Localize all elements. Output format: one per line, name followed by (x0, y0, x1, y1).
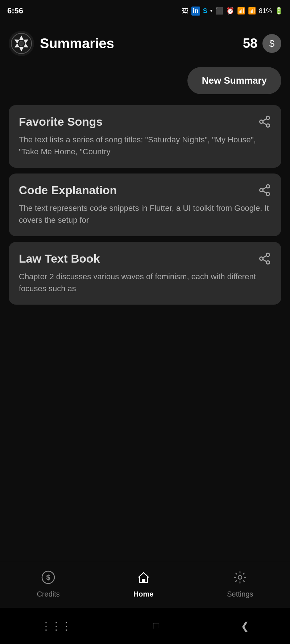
nav-label-home: Home (133, 590, 154, 598)
svg-point-4 (260, 120, 263, 124)
card-header-1: Favorite Songs (19, 115, 271, 129)
credits-nav-icon: $ (41, 570, 55, 587)
nav-item-credits[interactable]: $ Credits (26, 567, 70, 602)
photo-icon: 🖼 (182, 7, 188, 15)
nav-item-home[interactable]: Home (123, 567, 165, 602)
share-icon-1[interactable] (258, 115, 271, 128)
cards-container: Favorite Songs The text lists a series o… (0, 101, 290, 308)
linkedin-icon: in (191, 7, 200, 16)
header: Summaries 58 $ (0, 20, 290, 63)
new-summary-button[interactable]: New Summary (187, 67, 281, 94)
bottom-nav: $ Credits Home Settings (0, 561, 290, 608)
svg-point-15 (266, 261, 270, 264)
svg-point-3 (266, 116, 270, 120)
svg-point-13 (266, 253, 270, 256)
settings-nav-icon (233, 570, 247, 587)
svg-point-21 (238, 576, 242, 579)
summary-card-1[interactable]: Favorite Songs The text lists a series o… (9, 105, 281, 168)
nav-item-settings[interactable]: Settings (216, 567, 264, 602)
dollar-icon: $ (269, 38, 274, 49)
app-title: Summaries (40, 36, 114, 51)
svg-line-12 (263, 187, 266, 189)
status-icons: 🖼 in S • ⬛ ⏰ 📶 📶 81% 🔋 (182, 7, 283, 16)
share-icon-2[interactable] (258, 184, 271, 197)
dot-icon: • (210, 7, 212, 15)
svg-line-11 (263, 191, 266, 193)
dollar-badge[interactable]: $ (262, 34, 281, 53)
status-time: 6:56 (7, 6, 23, 16)
recent-apps-button[interactable]: ⋮⋮⋮ (41, 620, 71, 632)
card-header-2: Code Explanation (19, 184, 271, 197)
nav-label-credits: Credits (37, 590, 59, 598)
summary-card-2[interactable]: Code Explanation The text represents cod… (9, 173, 281, 236)
svg-point-5 (266, 124, 270, 127)
new-summary-container: New Summary (0, 63, 290, 101)
card-description-2: The text represents code snippets in Flu… (19, 202, 271, 226)
card-description-1: The text lists a series of song titles: … (19, 134, 271, 158)
storage-icon: ⬛ (215, 7, 223, 15)
credits-count: 58 (243, 36, 257, 51)
home-button[interactable]: □ (153, 620, 159, 632)
app-logo (9, 31, 34, 56)
wifi-icon: 📶 (237, 7, 245, 15)
system-nav: ⋮⋮⋮ □ ❮ (0, 608, 290, 644)
svg-point-14 (260, 257, 263, 260)
svg-point-9 (260, 189, 263, 192)
signal-icon: 📶 (248, 7, 256, 15)
back-button[interactable]: ❮ (241, 620, 249, 632)
card-header-3: Law Text Book (19, 252, 271, 265)
home-nav-icon (137, 570, 150, 587)
battery-icon: 🔋 (275, 7, 283, 15)
summary-card-3[interactable]: Law Text Book Chapter 2 discusses variou… (9, 242, 281, 305)
battery-text: 81% (259, 7, 272, 15)
card-title-1: Favorite Songs (19, 115, 258, 129)
alarm-icon: ⏰ (226, 7, 234, 15)
skype-icon: S (203, 7, 207, 15)
header-right: 58 $ (243, 34, 281, 53)
svg-text:$: $ (46, 573, 50, 581)
card-title-3: Law Text Book (19, 252, 258, 265)
share-icon-3[interactable] (258, 252, 271, 265)
card-title-2: Code Explanation (19, 184, 258, 197)
nav-label-settings: Settings (227, 590, 253, 598)
svg-line-17 (263, 256, 266, 258)
svg-line-6 (263, 122, 266, 125)
svg-point-10 (266, 192, 270, 196)
svg-point-2 (19, 41, 24, 46)
header-left: Summaries (9, 31, 114, 56)
svg-line-16 (263, 259, 266, 262)
svg-point-8 (266, 185, 270, 188)
status-bar: 6:56 🖼 in S • ⬛ ⏰ 📶 📶 81% 🔋 (0, 0, 290, 20)
svg-rect-20 (142, 579, 145, 582)
svg-line-7 (263, 119, 266, 121)
card-description-3: Chapter 2 discusses various waves of fem… (19, 271, 271, 294)
